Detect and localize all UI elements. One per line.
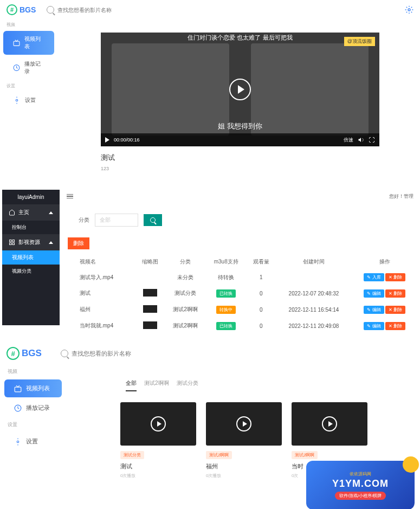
fullscreen-icon[interactable] [369,137,375,143]
th-views: 观看量 [247,255,275,269]
delete-button[interactable]: ✕ 删除 [385,306,405,314]
cell-ops: ✎ 编辑✕ 删除 [352,318,417,333]
clock-icon [14,404,22,412]
sidebar-item-settings[interactable]: 设置 [3,92,54,108]
cell-name: 测试 [63,286,135,301]
admin-menu-video[interactable]: 影视资源 [2,234,60,250]
cell-thumb [136,286,164,301]
clock-icon [13,64,20,72]
cell-m3u8: 已转换 [206,318,246,333]
cell-name: 当时我就.mp4 [63,318,135,333]
admin-menu-console[interactable]: 控制台 [2,221,60,234]
thumbnail [143,305,157,313]
svg-rect-1 [14,41,20,46]
video-card[interactable]: 测试分类测试0次播放 [120,402,196,479]
video-time: 00:00/00:16 [114,137,140,143]
card-thumbnail [206,402,282,446]
tab-cat2[interactable]: 测试2啊啊 [144,379,169,387]
chevron-up-icon [49,211,53,214]
cell-thumb [136,302,164,317]
search-input[interactable] [72,350,153,357]
play-button[interactable] [105,137,109,143]
video-desc: 123 [101,166,379,171]
cell-ops: ✎ 入库✕ 删除 [352,270,417,285]
video-caption-bottom: 姐 我想得到你 [218,121,262,131]
admin-menu-videocat[interactable]: 视频分类 [2,265,60,278]
cell-created: 2022-12-07 20:48:32 [276,286,351,301]
menu-icon[interactable] [67,194,73,199]
volume-icon[interactable] [358,137,364,143]
search-icon [47,6,54,14]
sidebar-item-history[interactable]: 播放记录 [4,399,62,417]
video-watermark: @顶流饭圈 [344,37,375,46]
logo[interactable]: # BGS [7,347,42,360]
video-caption-top: 住门对门谈个恋爱 也太难了 最后可把我 [188,34,292,42]
promo-banner[interactable]: 依依源码网 Y1YM.COM 软件/游戏/小程序/棋牌 [306,461,415,509]
gear-icon[interactable] [405,5,413,14]
cell-name: 测试导入.mp4 [63,270,135,285]
logo[interactable]: # BGS [7,4,36,15]
filter-label: 分类 [79,216,89,224]
video-title: 测试 [101,153,379,163]
logo-icon: # [7,347,20,360]
cell-thumb [136,318,164,333]
search-input[interactable] [57,7,139,13]
delete-button[interactable]: ✕ 删除 [385,289,405,298]
card-tag: 测试2啊啊 [206,451,232,459]
thumbnail [143,321,157,329]
edit-button[interactable]: ✎ 编辑 [364,289,384,298]
section-label-video: 视频 [0,20,57,30]
table-row: 福州测试2啊啊转换中02022-12-11 16:54:14✎ 编辑✕ 删除 [63,302,417,317]
sidebar-item-label: 播放记录 [24,60,44,75]
admin-header: 您好！管理 [62,190,418,203]
search-button[interactable] [144,214,162,226]
header: # BGS [0,342,420,365]
play-overlay-icon[interactable] [229,79,251,100]
edit-button[interactable]: ✎ 入库 [364,273,384,281]
cell-created [276,270,351,285]
search-icon [61,350,68,357]
section-label-settings: 设置 [0,418,66,431]
th-created: 创建时间 [276,255,351,269]
speed-button[interactable]: 倍速 [344,137,353,144]
card-thumbnail [292,402,367,446]
delete-button[interactable]: ✕ 删除 [385,273,405,281]
filter-select[interactable]: 全部 [95,214,138,227]
search-wrap [61,350,413,357]
sidebar-item-videolist[interactable]: 视频列表 [3,31,54,55]
svg-rect-5 [12,240,15,242]
delete-button[interactable]: 删除 [68,237,89,249]
admin-menu-home[interactable]: 主页 [2,204,60,221]
section-label-video: 视频 [0,365,66,378]
card-thumbnail [120,402,196,446]
card-meta: 0次播放 [120,473,196,479]
logo-text: BGS [20,5,36,14]
admin-menu-videolist[interactable]: 视频列表 [2,250,60,265]
svg-rect-4 [10,240,12,242]
th-ops: 操作 [352,255,417,269]
logo-text: BGS [22,348,42,359]
tabs: 全部 测试2啊啊 测试分类 [126,379,198,387]
sidebar-item-label: 播放记录 [26,404,50,412]
header: # BGS [0,0,420,20]
admin-brand: layuiAdmin [2,190,60,204]
sidebar: 视频 视频列表 播放记录 设置 设置 [0,20,57,182]
sidebar-item-settings[interactable]: 设置 [4,433,62,450]
sidebar-item-videolist[interactable]: 视频列表 [4,379,62,397]
tab-all[interactable]: 全部 [126,379,137,387]
video-area: 住门对门谈个恋爱 也太难了 最后可把我 @顶流饭圈 姐 我想得到你 00:00/… [101,33,379,171]
th-m3u8: m3u8支持 [206,255,246,269]
svg-rect-8 [15,387,21,392]
card-tag: 测试分类 [120,451,144,459]
cell-thumb [136,270,164,285]
edit-button[interactable]: ✎ 编辑 [364,322,384,330]
video-player[interactable]: 住门对门谈个恋爱 也太难了 最后可把我 @顶流饭圈 姐 我想得到你 00:00/… [101,33,379,146]
admin-content: 您好！管理 分类 全部 删除 视频名 缩略图 分类 m3u8支持 观看量 创建时… [62,190,418,334]
video-card[interactable]: 测试2啊啊福州0次播放 [206,402,282,479]
search-wrap [47,6,405,14]
sidebar-item-history[interactable]: 播放记录 [3,56,54,80]
delete-button[interactable]: ✕ 删除 [385,322,405,330]
edit-button[interactable]: ✎ 编辑 [364,306,384,314]
th-thumb: 缩略图 [136,255,164,269]
tab-cat3[interactable]: 测试分类 [177,379,198,387]
